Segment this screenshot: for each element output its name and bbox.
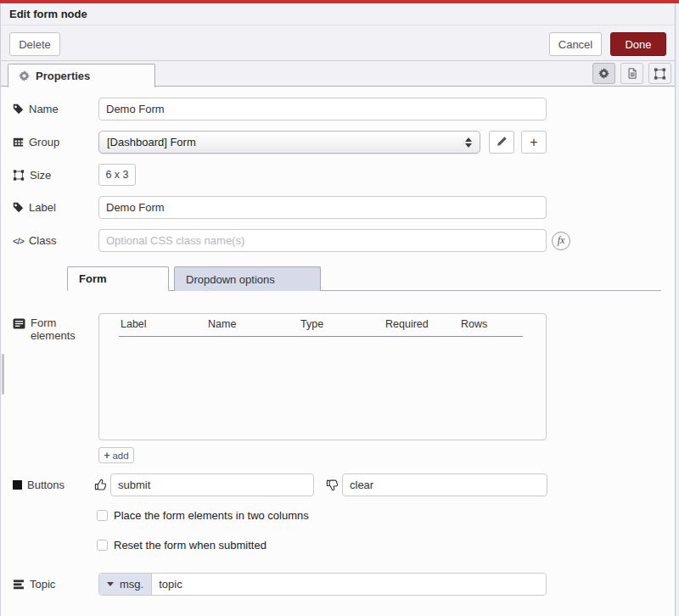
name-row: Name — [13, 98, 675, 120]
form-elements-field: Label Name Type Required Rows + add — [98, 313, 547, 463]
delete-button[interactable]: Delete — [9, 32, 60, 56]
document-icon — [626, 67, 638, 80]
class-row: </> Class fx — [13, 229, 675, 252]
size-row: Size 6 x 3 — [13, 164, 675, 186]
tab-form[interactable]: Form — [67, 266, 169, 291]
column-header-name: Name — [206, 318, 299, 336]
form-elements-table-header: Label Name Type Required Rows — [119, 318, 523, 337]
gear-icon — [598, 68, 609, 79]
form-elements-label-group: Form elements — [13, 313, 98, 342]
panel-scrollbar[interactable] — [2, 354, 4, 395]
select-arrows-icon — [465, 137, 472, 148]
submit-button-input[interactable] — [110, 473, 314, 496]
dialog-panel: Edit form node Delete Cancel Done Proper… — [0, 3, 676, 616]
editor-section-buttons — [592, 63, 671, 84]
buttons-label-group: Buttons — [13, 479, 94, 491]
description-section-button[interactable] — [620, 63, 643, 84]
size-label: Size — [30, 169, 51, 182]
topic-input[interactable] — [152, 574, 546, 595]
form-tab-panel: Form elements Label Name Type Required R… — [1, 291, 675, 596]
edit-form-node-dialog: Edit form node Delete Cancel Done Proper… — [0, 0, 679, 616]
topic-label: Topic — [30, 578, 55, 591]
topic-type-button[interactable]: msg. — [99, 574, 152, 595]
appearance-section-button[interactable] — [648, 63, 671, 84]
column-header-type: Type — [299, 318, 384, 336]
gear-icon — [19, 70, 30, 81]
reset-option-row: Reset the form when submitted — [97, 539, 675, 552]
form-elements-table[interactable]: Label Name Type Required Rows — [98, 313, 547, 440]
table-icon — [13, 137, 24, 148]
size-button[interactable]: 6 x 3 — [98, 164, 136, 186]
class-input[interactable] — [98, 229, 547, 252]
tag-icon — [13, 104, 24, 115]
size-label-group: Size — [13, 169, 98, 182]
tab-dropdown-options[interactable]: Dropdown options — [174, 266, 321, 291]
group-row: Group [Dashboard] Form + — [13, 131, 675, 154]
tasks-icon — [13, 580, 25, 590]
buttons-label: Buttons — [27, 479, 65, 491]
plus-icon: + — [530, 136, 537, 149]
column-header-rows: Rows — [459, 318, 523, 336]
add-group-button[interactable]: + — [521, 131, 547, 154]
topic-typedinput: msg. — [98, 573, 547, 596]
label-row: Label — [13, 196, 675, 219]
column-header-label: Label — [119, 318, 206, 336]
two-columns-checkbox[interactable] — [97, 510, 108, 521]
object-group-icon — [13, 170, 25, 181]
label-label-group: Label — [13, 201, 98, 214]
group-label-group: Group — [13, 136, 98, 148]
properties-panel: Name Group [Dashboard] Form — [1, 87, 675, 596]
clear-button-input[interactable] — [342, 473, 547, 496]
tab-dropdown-options-label: Dropdown options — [186, 273, 275, 286]
cancel-button[interactable]: Cancel — [549, 32, 602, 56]
name-label: Name — [29, 103, 59, 115]
two-columns-option-row: Place the form elements in two columns — [97, 509, 675, 522]
thumbs-up-icon — [94, 479, 107, 491]
label-input[interactable] — [98, 196, 547, 219]
dialog-toolbar: Delete Cancel Done — [1, 25, 675, 61]
editor-tabstrip: Properties — [1, 61, 675, 87]
expression-fx-button[interactable]: fx — [552, 232, 570, 250]
class-label-group: </> Class — [13, 234, 98, 247]
form-subtabs: Form Dropdown options — [67, 266, 661, 291]
done-button[interactable]: Done — [610, 32, 666, 56]
toolbar-right-group: Cancel Done — [549, 32, 666, 56]
form-elements-label: Form elements — [31, 316, 83, 342]
label-label: Label — [29, 201, 56, 214]
buttons-row: Buttons — [13, 473, 675, 496]
reset-form-checkbox[interactable] — [97, 540, 108, 551]
dialog-title: Edit form node — [9, 8, 87, 20]
name-label-group: Name — [13, 103, 98, 115]
topic-row: Topic msg. — [13, 573, 675, 596]
tag-icon — [13, 202, 24, 213]
properties-section-button[interactable] — [592, 63, 615, 84]
add-element-button[interactable]: + add — [98, 447, 134, 463]
form-list-icon — [13, 316, 25, 329]
topic-label-group: Topic — [13, 578, 98, 591]
group-select-value: [Dashboard] Form — [107, 136, 196, 148]
pencil-icon — [497, 136, 508, 149]
topic-type-label: msg. — [120, 578, 143, 591]
caret-down-icon — [107, 582, 114, 586]
class-label: Class — [29, 234, 57, 247]
column-header-required: Required — [384, 318, 459, 336]
tab-form-label: Form — [79, 272, 107, 285]
square-icon — [13, 480, 22, 490]
group-label: Group — [29, 136, 59, 148]
thumbs-down-icon — [326, 479, 339, 491]
reset-form-checkbox-label: Reset the form when submitted — [114, 539, 267, 552]
plus-icon: + — [104, 450, 109, 462]
dialog-header: Edit form node — [1, 3, 675, 25]
object-group-icon — [654, 68, 666, 80]
add-element-label: add — [112, 451, 128, 461]
two-columns-checkbox-label: Place the form elements in two columns — [114, 509, 309, 522]
edit-group-button[interactable] — [489, 131, 514, 154]
form-elements-row: Form elements Label Name Type Required R… — [13, 313, 675, 463]
code-icon: </> — [13, 236, 24, 246]
name-input[interactable] — [98, 98, 547, 120]
tab-properties-label: Properties — [36, 70, 90, 82]
group-select[interactable]: [Dashboard] Form — [98, 131, 480, 154]
tab-properties[interactable]: Properties — [8, 64, 155, 87]
